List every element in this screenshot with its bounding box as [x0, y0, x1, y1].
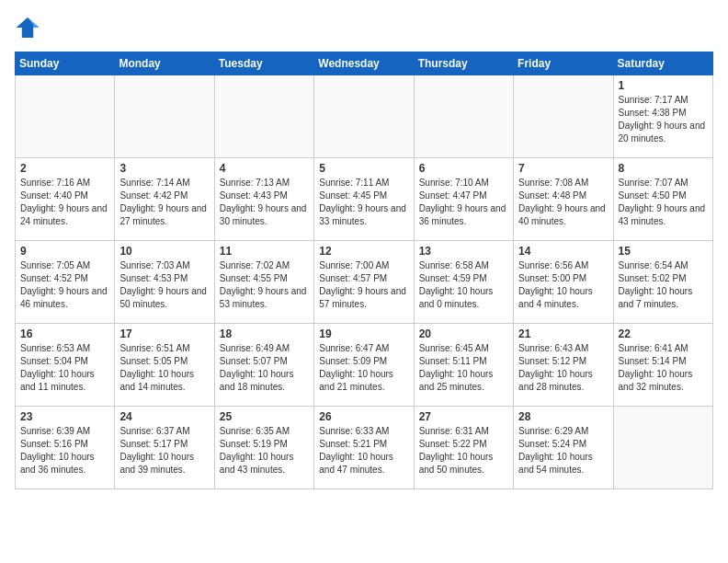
- calendar-cell: [414, 75, 513, 158]
- calendar-cell: 27Sunrise: 6:31 AM Sunset: 5:22 PM Dayli…: [414, 407, 513, 489]
- day-info: Sunrise: 6:31 AM Sunset: 5:22 PM Dayligh…: [419, 425, 508, 477]
- day-info: Sunrise: 7:17 AM Sunset: 4:38 PM Dayligh…: [619, 94, 708, 145]
- day-number: 10: [119, 245, 209, 258]
- day-number: 5: [319, 162, 408, 175]
- day-number: 2: [20, 162, 109, 175]
- calendar-cell: [314, 75, 414, 158]
- day-number: 16: [20, 327, 109, 340]
- weekday-header-thursday: Thursday: [414, 52, 513, 75]
- day-number: 28: [518, 410, 608, 423]
- day-info: Sunrise: 7:08 AM Sunset: 4:48 PM Dayligh…: [518, 177, 608, 228]
- calendar-cell: 16Sunrise: 6:53 AM Sunset: 5:04 PM Dayli…: [16, 324, 115, 407]
- calendar-cell: 14Sunrise: 6:56 AM Sunset: 5:00 PM Dayli…: [514, 241, 613, 324]
- calendar-cell: 19Sunrise: 6:47 AM Sunset: 5:09 PM Dayli…: [314, 324, 414, 407]
- day-number: 11: [220, 245, 309, 258]
- calendar-cell: 23Sunrise: 6:39 AM Sunset: 5:16 PM Dayli…: [16, 407, 115, 489]
- calendar-cell: 12Sunrise: 7:00 AM Sunset: 4:57 PM Dayli…: [314, 241, 414, 324]
- day-info: Sunrise: 6:53 AM Sunset: 5:04 PM Dayligh…: [20, 342, 109, 394]
- day-number: 24: [119, 410, 209, 423]
- calendar-cell: 24Sunrise: 6:37 AM Sunset: 5:17 PM Dayli…: [115, 407, 214, 489]
- day-info: Sunrise: 6:49 AM Sunset: 5:07 PM Dayligh…: [220, 342, 309, 394]
- day-info: Sunrise: 7:10 AM Sunset: 4:47 PM Dayligh…: [419, 177, 508, 228]
- weekday-header-saturday: Saturday: [613, 52, 712, 75]
- day-info: Sunrise: 6:33 AM Sunset: 5:21 PM Dayligh…: [319, 425, 408, 477]
- day-info: Sunrise: 7:16 AM Sunset: 4:40 PM Dayligh…: [20, 177, 109, 228]
- weekday-header-sunday: Sunday: [16, 52, 115, 75]
- day-number: 25: [220, 410, 309, 423]
- day-number: 13: [419, 245, 508, 258]
- calendar-cell: 6Sunrise: 7:10 AM Sunset: 4:47 PM Daylig…: [414, 158, 513, 241]
- calendar-cell: 4Sunrise: 7:13 AM Sunset: 4:43 PM Daylig…: [214, 158, 313, 241]
- calendar: SundayMondayTuesdayWednesdayThursdayFrid…: [15, 52, 713, 489]
- day-info: Sunrise: 6:43 AM Sunset: 5:12 PM Dayligh…: [518, 342, 608, 394]
- calendar-cell: 13Sunrise: 6:58 AM Sunset: 4:59 PM Dayli…: [414, 241, 513, 324]
- day-info: Sunrise: 7:05 AM Sunset: 4:52 PM Dayligh…: [20, 259, 109, 311]
- logo-icon: [15, 15, 40, 40]
- day-number: 15: [619, 245, 708, 258]
- calendar-cell: 11Sunrise: 7:02 AM Sunset: 4:55 PM Dayli…: [214, 241, 313, 324]
- calendar-cell: 26Sunrise: 6:33 AM Sunset: 5:21 PM Dayli…: [314, 407, 414, 489]
- day-info: Sunrise: 6:51 AM Sunset: 5:05 PM Dayligh…: [119, 342, 209, 394]
- day-number: 23: [20, 410, 109, 423]
- calendar-cell: 15Sunrise: 6:54 AM Sunset: 5:02 PM Dayli…: [613, 241, 712, 324]
- weekday-header-monday: Monday: [115, 52, 214, 75]
- day-number: 4: [220, 162, 309, 175]
- calendar-cell: 5Sunrise: 7:11 AM Sunset: 4:45 PM Daylig…: [314, 158, 414, 241]
- calendar-cell: 25Sunrise: 6:35 AM Sunset: 5:19 PM Dayli…: [214, 407, 313, 489]
- day-number: 19: [319, 327, 408, 340]
- day-info: Sunrise: 7:13 AM Sunset: 4:43 PM Dayligh…: [220, 177, 309, 228]
- day-number: 20: [419, 327, 508, 340]
- day-number: 3: [119, 162, 209, 175]
- calendar-cell: 8Sunrise: 7:07 AM Sunset: 4:50 PM Daylig…: [613, 158, 712, 241]
- day-number: 17: [119, 327, 209, 340]
- day-info: Sunrise: 6:29 AM Sunset: 5:24 PM Dayligh…: [518, 425, 608, 477]
- calendar-cell: [514, 75, 613, 158]
- day-info: Sunrise: 6:39 AM Sunset: 5:16 PM Dayligh…: [20, 425, 109, 477]
- calendar-cell: 2Sunrise: 7:16 AM Sunset: 4:40 PM Daylig…: [16, 158, 115, 241]
- calendar-cell: 22Sunrise: 6:41 AM Sunset: 5:14 PM Dayli…: [613, 324, 712, 407]
- day-number: 7: [518, 162, 608, 175]
- calendar-cell: 20Sunrise: 6:45 AM Sunset: 5:11 PM Dayli…: [414, 324, 513, 407]
- day-number: 1: [619, 79, 708, 92]
- day-info: Sunrise: 7:03 AM Sunset: 4:53 PM Dayligh…: [119, 259, 209, 311]
- day-number: 26: [319, 410, 408, 423]
- day-number: 21: [518, 327, 608, 340]
- day-number: 14: [518, 245, 608, 258]
- day-info: Sunrise: 7:07 AM Sunset: 4:50 PM Dayligh…: [619, 177, 708, 228]
- calendar-cell: [16, 75, 115, 158]
- day-info: Sunrise: 6:37 AM Sunset: 5:17 PM Dayligh…: [119, 425, 209, 477]
- weekday-header-tuesday: Tuesday: [214, 52, 313, 75]
- day-info: Sunrise: 6:54 AM Sunset: 5:02 PM Dayligh…: [619, 259, 708, 311]
- calendar-cell: 9Sunrise: 7:05 AM Sunset: 4:52 PM Daylig…: [16, 241, 115, 324]
- day-number: 8: [619, 162, 708, 175]
- day-info: Sunrise: 7:14 AM Sunset: 4:42 PM Dayligh…: [119, 177, 209, 228]
- day-info: Sunrise: 6:58 AM Sunset: 4:59 PM Dayligh…: [419, 259, 508, 311]
- calendar-cell: 3Sunrise: 7:14 AM Sunset: 4:42 PM Daylig…: [115, 158, 214, 241]
- day-number: 9: [20, 245, 109, 258]
- calendar-cell: [613, 407, 712, 489]
- weekday-header-friday: Friday: [514, 52, 613, 75]
- day-info: Sunrise: 6:47 AM Sunset: 5:09 PM Dayligh…: [319, 342, 408, 394]
- calendar-cell: 18Sunrise: 6:49 AM Sunset: 5:07 PM Dayli…: [214, 324, 313, 407]
- logo: [15, 15, 44, 40]
- day-info: Sunrise: 6:35 AM Sunset: 5:19 PM Dayligh…: [220, 425, 309, 477]
- day-number: 22: [619, 327, 708, 340]
- page-header: [15, 15, 713, 40]
- day-info: Sunrise: 7:00 AM Sunset: 4:57 PM Dayligh…: [319, 259, 408, 311]
- day-number: 6: [419, 162, 508, 175]
- day-info: Sunrise: 6:45 AM Sunset: 5:11 PM Dayligh…: [419, 342, 508, 394]
- day-info: Sunrise: 6:41 AM Sunset: 5:14 PM Dayligh…: [619, 342, 708, 394]
- day-number: 27: [419, 410, 508, 423]
- day-number: 12: [319, 245, 408, 258]
- calendar-cell: 10Sunrise: 7:03 AM Sunset: 4:53 PM Dayli…: [115, 241, 214, 324]
- calendar-cell: 28Sunrise: 6:29 AM Sunset: 5:24 PM Dayli…: [514, 407, 613, 489]
- day-info: Sunrise: 6:56 AM Sunset: 5:00 PM Dayligh…: [518, 259, 608, 311]
- calendar-cell: 21Sunrise: 6:43 AM Sunset: 5:12 PM Dayli…: [514, 324, 613, 407]
- day-number: 18: [220, 327, 309, 340]
- day-info: Sunrise: 7:02 AM Sunset: 4:55 PM Dayligh…: [220, 259, 309, 311]
- calendar-cell: [115, 75, 214, 158]
- day-info: Sunrise: 7:11 AM Sunset: 4:45 PM Dayligh…: [319, 177, 408, 228]
- calendar-cell: [214, 75, 313, 158]
- calendar-cell: 17Sunrise: 6:51 AM Sunset: 5:05 PM Dayli…: [115, 324, 214, 407]
- calendar-cell: 1Sunrise: 7:17 AM Sunset: 4:38 PM Daylig…: [613, 75, 712, 158]
